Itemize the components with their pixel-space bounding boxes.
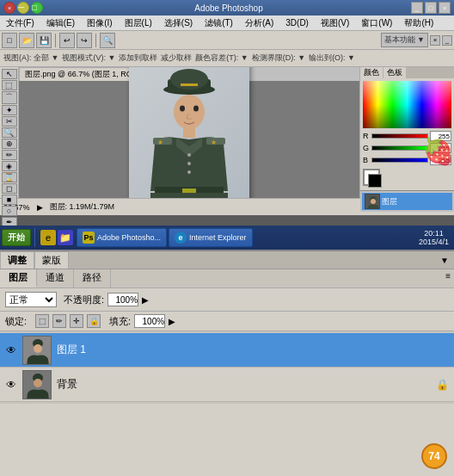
menu-edit[interactable]: 编辑(E) bbox=[44, 16, 77, 30]
windows-taskbar: 开始 e 📁 Ps Adobe Photosho... e Internet E… bbox=[0, 226, 454, 250]
photo-frame: ★ ★ bbox=[129, 67, 249, 198]
start-button[interactable]: 开始 bbox=[2, 229, 31, 246]
menu-select[interactable]: 选择(S) bbox=[162, 16, 195, 30]
opacity-arrow[interactable]: ▶ bbox=[142, 295, 149, 305]
layer-1-visibility[interactable]: 👁 bbox=[5, 344, 17, 356]
layer-row-bg[interactable]: 👁 背景 🔒 bbox=[0, 368, 454, 402]
toolbar-open[interactable]: 📂 bbox=[19, 33, 34, 48]
svg-point-6 bbox=[193, 106, 199, 112]
menu-window[interactable]: 窗口(W) bbox=[359, 16, 395, 30]
quick-launch: e 📁 bbox=[39, 230, 75, 245]
options-view-mode: 视图模式(V): ▼ bbox=[62, 53, 115, 64]
tool-heal[interactable]: ⊕ bbox=[2, 139, 17, 149]
options-reduce-sample[interactable]: 减少取样 bbox=[161, 53, 192, 64]
layer-bg-thumb bbox=[22, 370, 52, 399]
subtab-paths[interactable]: 路径 bbox=[74, 269, 111, 287]
toolbar-new[interactable]: □ bbox=[2, 33, 17, 48]
layer-bg-visibility[interactable]: 👁 bbox=[5, 379, 17, 391]
layer-row-1[interactable]: 👁 图层 1 bbox=[0, 333, 454, 368]
title-restore-btn[interactable]: □ bbox=[425, 2, 437, 14]
blend-mode-select[interactable]: 正常 bbox=[5, 292, 57, 307]
color-panel: R G B bbox=[360, 78, 454, 189]
tool-selection[interactable]: ↖ bbox=[2, 69, 17, 79]
swatches-tab[interactable]: 色板 bbox=[383, 67, 406, 78]
ps-taskbar-icon: Ps bbox=[83, 232, 95, 244]
menu-analyze[interactable]: 分析(A) bbox=[242, 16, 276, 30]
lock-pixels-btn[interactable]: ✏ bbox=[52, 314, 66, 328]
red-slider[interactable] bbox=[371, 133, 428, 139]
taskbar-ps-btn[interactable]: Ps Adobe Photosho... bbox=[77, 228, 167, 247]
taskbar-ie-btn[interactable]: e Internet Explorer bbox=[169, 228, 253, 247]
tool-magic-wand[interactable]: ✦ bbox=[2, 105, 17, 115]
green-label: G bbox=[363, 144, 370, 152]
circle-number: 74 bbox=[428, 450, 439, 462]
menu-3d[interactable]: 3D(D) bbox=[283, 17, 311, 28]
lock-transparent-btn[interactable]: ⬚ bbox=[35, 314, 49, 328]
tool-brush[interactable]: ✏ bbox=[2, 150, 17, 160]
toolbar-undo[interactable]: ↩ bbox=[59, 33, 75, 48]
menu-help[interactable]: 帮助(H) bbox=[402, 16, 436, 30]
minimize-button[interactable]: ─ bbox=[17, 2, 29, 14]
tool-lasso[interactable]: ⌒ bbox=[2, 91, 17, 104]
tool-crop[interactable]: ✂ bbox=[2, 116, 17, 127]
svg-rect-17 bbox=[150, 193, 228, 198]
tool-marquee[interactable]: ⬚ bbox=[2, 80, 17, 90]
tool-eyedropper[interactable]: 🔍 bbox=[2, 127, 17, 138]
ie-quicklaunch-icon[interactable]: e bbox=[40, 230, 56, 245]
menu-layer[interactable]: 图层(L) bbox=[122, 16, 155, 30]
lock-position-btn[interactable]: ✛ bbox=[70, 314, 83, 328]
right-layer-thumb bbox=[365, 194, 380, 209]
maximize-button[interactable]: □ bbox=[31, 2, 43, 14]
layer-bg-lock-icon: 🔒 bbox=[436, 379, 449, 391]
lock-all-btn[interactable]: 🔒 bbox=[87, 314, 101, 328]
foreground-color[interactable] bbox=[363, 169, 380, 186]
subtab-layers[interactable]: 图层 bbox=[0, 269, 37, 287]
opacity-input[interactable] bbox=[107, 293, 138, 306]
menu-file[interactable]: 文件(F) bbox=[3, 16, 37, 30]
green-slider[interactable] bbox=[371, 145, 428, 151]
panel-collapse-arrow[interactable]: ▼ bbox=[435, 256, 454, 265]
color-tab[interactable]: 颜色 bbox=[360, 67, 383, 78]
ps-taskbar-label: Adobe Photosho... bbox=[97, 233, 161, 242]
panel-close-btn[interactable]: × bbox=[430, 35, 440, 46]
blue-slider[interactable] bbox=[371, 158, 428, 163]
options-text: 视图(A): 全部 ▼ bbox=[3, 53, 58, 64]
tool-history[interactable]: ⌛ bbox=[2, 172, 17, 182]
menu-filter[interactable]: 滤镜(T) bbox=[202, 16, 236, 30]
date-display: 2015/4/1 bbox=[419, 238, 449, 246]
toolbar-redo[interactable]: ↪ bbox=[77, 33, 92, 48]
bottom-circle-btn[interactable]: 74 bbox=[421, 443, 447, 469]
folder-quicklaunch-icon[interactable]: 📁 bbox=[58, 230, 73, 245]
tab-mask[interactable]: 蒙版 bbox=[34, 251, 69, 269]
toolbar-save[interactable]: 💾 bbox=[36, 33, 52, 48]
time-display: 20:11 bbox=[424, 229, 444, 238]
canvas-content: ★ ★ bbox=[19, 81, 359, 198]
svg-text:★: ★ bbox=[211, 139, 217, 146]
options-add-sample[interactable]: 添加到取样 bbox=[119, 53, 157, 64]
title-minimize-btn[interactable]: _ bbox=[411, 2, 423, 14]
fill-input[interactable] bbox=[134, 314, 165, 328]
person-svg: ★ ★ bbox=[129, 67, 249, 198]
right-layer-item[interactable]: 图层 bbox=[362, 193, 452, 210]
tab-adjust[interactable]: 调整 bbox=[0, 251, 34, 269]
tool-dodge[interactable]: ○ bbox=[2, 206, 17, 216]
tool-eraser[interactable]: ◻ bbox=[2, 183, 17, 194]
tool-gradient[interactable]: ■ bbox=[2, 195, 17, 205]
subtab-channels[interactable]: 通道 bbox=[37, 269, 74, 287]
title-close-btn[interactable]: × bbox=[439, 2, 451, 14]
title-bar: × ─ □ Adobe Photoshop _ □ × bbox=[0, 0, 454, 15]
workspace-label: 基本功能 ▼ bbox=[381, 33, 428, 47]
menu-view[interactable]: 视图(V) bbox=[318, 16, 352, 30]
toolbar-zoom-in[interactable]: 🔍 bbox=[100, 33, 115, 48]
close-button[interactable]: × bbox=[3, 2, 15, 14]
panel-tabs: 调整 蒙版 bbox=[0, 251, 69, 269]
tool-stamp[interactable]: ◈ bbox=[2, 161, 17, 171]
subtab-menu-btn[interactable]: ≡ bbox=[442, 269, 454, 287]
opacity-label: 不透明度: bbox=[64, 294, 104, 306]
panel-min-btn[interactable]: _ bbox=[442, 35, 452, 46]
svg-point-10 bbox=[187, 170, 191, 174]
menu-image[interactable]: 图像(I) bbox=[84, 16, 114, 30]
color-gradient[interactable] bbox=[363, 81, 451, 128]
svg-text:★: ★ bbox=[157, 139, 163, 146]
fill-arrow[interactable]: ▶ bbox=[169, 317, 175, 326]
